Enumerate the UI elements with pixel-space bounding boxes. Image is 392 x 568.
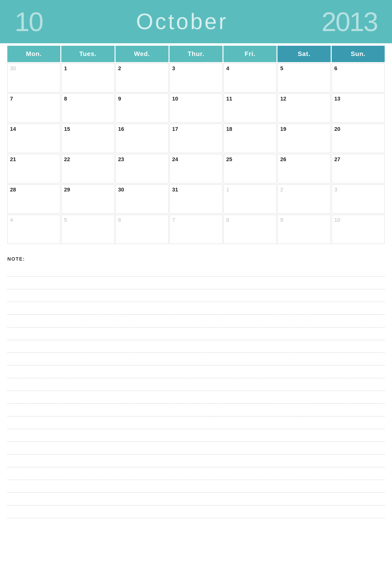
day-cell: 28 [7, 184, 60, 214]
month-name: October [136, 9, 228, 34]
day-number: 1 [64, 65, 67, 71]
day-number: 4 [10, 217, 13, 223]
weeks-grid: 3012345678910111213141516171819202122232… [7, 63, 385, 244]
note-line [7, 455, 385, 467]
day-cell: 23 [115, 154, 168, 183]
day-cell: 8 [224, 215, 277, 244]
day-number: 15 [64, 126, 70, 132]
day-headers-row: Mon.Tues.Wed.Thur.Fri.Sat.Sun. [7, 46, 385, 62]
day-header-cell: Mon. [7, 46, 60, 62]
day-number: 5 [64, 217, 67, 223]
note-line [7, 302, 385, 315]
day-number: 18 [226, 126, 232, 132]
day-number: 7 [172, 217, 175, 223]
day-cell: 17 [169, 124, 223, 153]
day-number: 10 [334, 217, 340, 223]
week-row: 45678910 [7, 215, 385, 244]
day-header-cell: Sun. [332, 46, 385, 62]
day-number: 23 [118, 156, 124, 162]
day-number: 3 [334, 187, 337, 193]
week-row: 30123456 [7, 63, 385, 92]
note-line [7, 353, 385, 366]
day-number: 9 [118, 96, 121, 102]
day-cell: 29 [61, 184, 114, 214]
week-row: 78910111213 [7, 93, 385, 123]
note-line [7, 429, 385, 442]
day-number: 10 [172, 96, 178, 102]
week-row: 28293031123 [7, 184, 385, 214]
day-number: 3 [172, 65, 175, 71]
day-header-cell: Sat. [278, 46, 330, 62]
day-number: 7 [10, 96, 13, 102]
day-number: 26 [280, 156, 286, 162]
day-number: 30 [118, 187, 124, 193]
day-number: 25 [226, 156, 232, 162]
day-number: 22 [64, 156, 70, 162]
day-cell: 6 [332, 63, 385, 92]
day-cell: 6 [115, 215, 168, 244]
note-line [7, 315, 385, 328]
day-cell: 5 [278, 63, 330, 92]
week-row: 14151617181920 [7, 124, 385, 153]
day-number: 1 [226, 187, 229, 193]
day-number: 30 [10, 65, 16, 71]
day-number: 31 [172, 187, 178, 193]
day-number: 19 [280, 126, 286, 132]
note-line [7, 467, 385, 480]
note-line [7, 442, 385, 455]
day-cell: 12 [278, 93, 330, 123]
day-number: 29 [64, 187, 70, 193]
notes-lines [7, 264, 385, 518]
note-line [7, 480, 385, 493]
notes-section: NOTE: [0, 249, 392, 518]
day-cell: 16 [115, 124, 168, 153]
day-cell: 4 [7, 215, 60, 244]
day-number: 28 [10, 187, 16, 193]
day-header-cell: Tues. [61, 46, 114, 62]
note-line [7, 505, 385, 518]
day-cell: 7 [7, 93, 60, 123]
day-number: 9 [280, 217, 283, 223]
day-cell: 27 [332, 154, 385, 183]
day-number: 8 [64, 96, 67, 102]
day-header-cell: Thur. [169, 46, 223, 62]
day-number: 6 [334, 65, 337, 71]
day-number: 2 [280, 187, 283, 193]
year: 2013 [322, 6, 377, 37]
day-number: 2 [118, 65, 121, 71]
note-line [7, 493, 385, 505]
week-row: 21222324252627 [7, 154, 385, 183]
day-number: 17 [172, 126, 178, 132]
day-number: 24 [172, 156, 178, 162]
day-cell: 31 [169, 184, 223, 214]
day-number: 16 [118, 126, 124, 132]
day-cell: 13 [332, 93, 385, 123]
note-line [7, 328, 385, 340]
day-cell: 10 [332, 215, 385, 244]
note-line [7, 366, 385, 378]
day-cell: 26 [278, 154, 330, 183]
notes-label: NOTE: [7, 256, 385, 262]
day-cell: 10 [169, 93, 223, 123]
day-cell: 19 [278, 124, 330, 153]
note-line [7, 264, 385, 277]
day-cell: 22 [61, 154, 114, 183]
day-cell: 3 [169, 63, 223, 92]
day-number: 20 [334, 126, 340, 132]
day-cell: 24 [169, 154, 223, 183]
day-number: 5 [280, 65, 283, 71]
day-number: 13 [334, 96, 340, 102]
month-number: 10 [15, 6, 42, 37]
day-cell: 2 [115, 63, 168, 92]
day-cell: 30 [7, 63, 60, 92]
day-cell: 11 [224, 93, 277, 123]
day-cell: 25 [224, 154, 277, 183]
note-line [7, 404, 385, 416]
day-cell: 4 [224, 63, 277, 92]
day-cell: 30 [115, 184, 168, 214]
calendar-container: Mon.Tues.Wed.Thur.Fri.Sat.Sun. 301234567… [0, 46, 392, 244]
day-number: 12 [280, 96, 286, 102]
day-cell: 18 [224, 124, 277, 153]
note-line [7, 340, 385, 353]
day-number: 21 [10, 156, 16, 162]
